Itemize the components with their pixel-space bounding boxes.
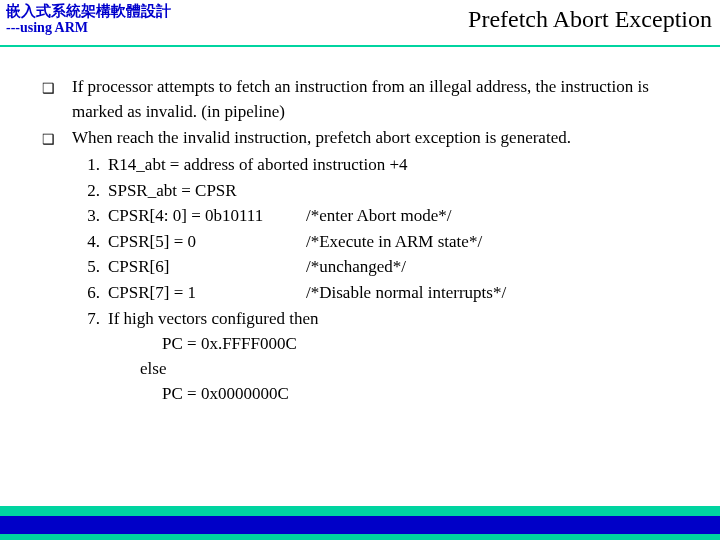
course-subtitle: ---using ARM <box>6 20 171 37</box>
item-number: 4. <box>72 230 108 255</box>
course-title: 嵌入式系統架構軟體設計 <box>6 2 171 20</box>
then-branch: PC = 0x.FFFF000C <box>162 332 698 357</box>
page-title: Prefetch Abort Exception <box>468 6 712 33</box>
numbered-list: 1. R14_abt = address of aborted instruct… <box>72 153 698 406</box>
item-number: 6. <box>72 281 108 306</box>
list-item: 6. CPSR[7] = 1 /*Disable normal interrup… <box>72 281 698 306</box>
step-comment: /*enter Abort mode*/ <box>306 204 451 229</box>
else-keyword: else <box>140 357 698 382</box>
item-number: 2. <box>72 179 108 204</box>
square-bullet-icon: ❑ <box>42 126 72 151</box>
list-item: 3. CPSR[4: 0] = 0b10111 /*enter Abort mo… <box>72 204 698 229</box>
step-comment: /*Disable normal interrupts*/ <box>306 281 506 306</box>
conditional-block: PC = 0x.FFFF000C else PC = 0x0000000C <box>140 332 698 406</box>
list-item: 1. R14_abt = address of aborted instruct… <box>72 153 698 178</box>
slide-footer-bar <box>0 506 720 540</box>
bullet-text: If processor attempts to fetch an instru… <box>72 75 698 124</box>
footer-accent-bar <box>0 516 720 534</box>
list-item: 7. If high vectors configured then <box>72 307 698 332</box>
item-number: 5. <box>72 255 108 280</box>
item-number: 1. <box>72 153 108 178</box>
step-lhs: CPSR[4: 0] = 0b10111 <box>108 204 306 229</box>
square-bullet-icon: ❑ <box>42 75 72 124</box>
step-text: If high vectors configured then <box>108 307 698 332</box>
step-comment: /*Execute in ARM state*/ <box>306 230 482 255</box>
list-item: 5. CPSR[6] /*unchanged*/ <box>72 255 698 280</box>
step-lhs: CPSR[6] <box>108 255 306 280</box>
step-lhs: CPSR[7] = 1 <box>108 281 306 306</box>
step-text: R14_abt = address of aborted instruction… <box>108 153 698 178</box>
item-number: 3. <box>72 204 108 229</box>
list-item: 4. CPSR[5] = 0 /*Execute in ARM state*/ <box>72 230 698 255</box>
step-lhs: CPSR[5] = 0 <box>108 230 306 255</box>
bullet-item: ❑ If processor attempts to fetch an inst… <box>42 75 698 124</box>
item-number: 7. <box>72 307 108 332</box>
bullet-item: ❑ When reach the invalid instruction, pr… <box>42 126 698 151</box>
step-comment: /*unchanged*/ <box>306 255 406 280</box>
list-item: 2. SPSR_abt = CPSR <box>72 179 698 204</box>
slide-header: 嵌入式系統架構軟體設計 ---using ARM Prefetch Abort … <box>0 0 720 47</box>
step-text: SPSR_abt = CPSR <box>108 179 698 204</box>
header-left-block: 嵌入式系統架構軟體設計 ---using ARM <box>6 2 171 37</box>
bullet-text: When reach the invalid instruction, pref… <box>72 126 698 151</box>
else-branch: PC = 0x0000000C <box>162 382 698 407</box>
slide-body: ❑ If processor attempts to fetch an inst… <box>0 47 720 406</box>
